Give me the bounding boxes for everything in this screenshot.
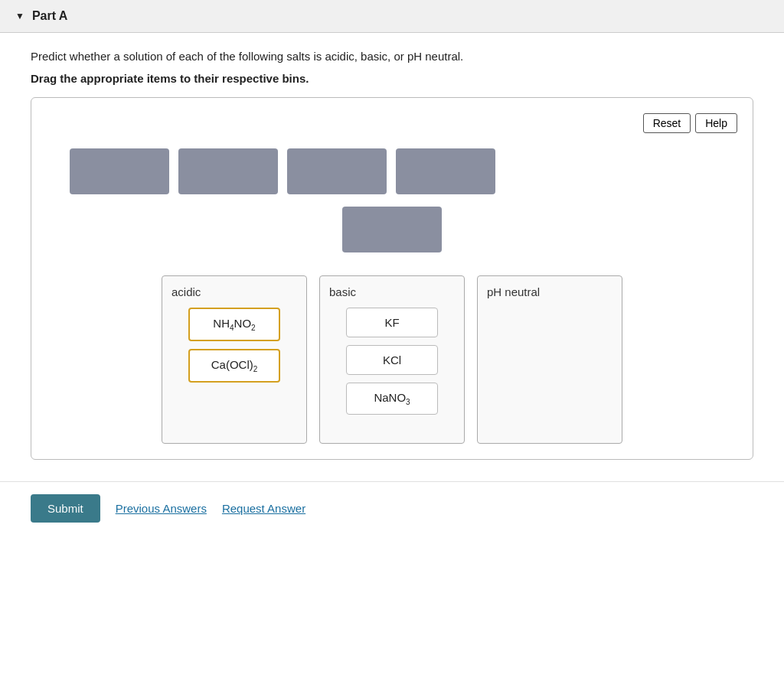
bin-ph-neutral[interactable]: pH neutral: [477, 275, 622, 444]
compound-nano3[interactable]: NaNO3: [346, 383, 438, 415]
compound-caocl2[interactable]: Ca(OCl)2: [188, 349, 280, 383]
request-answer-button[interactable]: Request Answer: [222, 502, 305, 515]
reset-button[interactable]: Reset: [643, 113, 691, 133]
content-area: Predict whether a solution of each of th…: [0, 33, 784, 475]
bin-basic[interactable]: basic KF KCl NaNO3: [319, 275, 465, 444]
bin-basic-label: basic: [329, 285, 455, 298]
placeholder-item-2[interactable]: [178, 148, 278, 194]
compound-kf[interactable]: KF: [346, 308, 438, 337]
previous-answers-button[interactable]: Previous Answers: [116, 502, 207, 515]
bin-acidic-items: NH4NO2 Ca(OCl)2: [172, 308, 297, 383]
placeholder-item-4[interactable]: [396, 148, 495, 194]
footer: Submit Previous Answers Request Answer: [0, 481, 784, 535]
compound-nh4no2[interactable]: NH4NO2: [188, 308, 280, 341]
compound-kcl[interactable]: KCl: [346, 345, 438, 375]
chevron-icon[interactable]: ▼: [15, 11, 24, 21]
bin-acidic[interactable]: acidic NH4NO2 Ca(OCl)2: [162, 275, 307, 444]
bin-basic-items: KF KCl NaNO3: [329, 308, 455, 415]
bin-acidic-label: acidic: [172, 285, 297, 298]
help-button[interactable]: Help: [695, 113, 737, 133]
submit-button[interactable]: Submit: [31, 494, 100, 523]
items-row-2: [47, 207, 737, 252]
placeholder-item-1[interactable]: [70, 148, 169, 194]
part-header: ▼ Part A: [0, 0, 784, 33]
part-title: Part A: [32, 9, 68, 23]
bins-row: acidic NH4NO2 Ca(OCl)2 basic KF: [47, 275, 737, 444]
top-controls: Reset Help: [47, 113, 737, 133]
bin-ph-neutral-label: pH neutral: [487, 285, 612, 298]
drag-drop-container: Reset Help acidic NH4NO2: [31, 97, 753, 460]
items-row-1: [47, 148, 737, 194]
placeholder-item-5[interactable]: [342, 207, 442, 252]
placeholder-item-3[interactable]: [287, 148, 387, 194]
instructions-line2: Drag the appropriate items to their resp…: [31, 72, 753, 85]
instructions-line1: Predict whether a solution of each of th…: [31, 48, 753, 66]
